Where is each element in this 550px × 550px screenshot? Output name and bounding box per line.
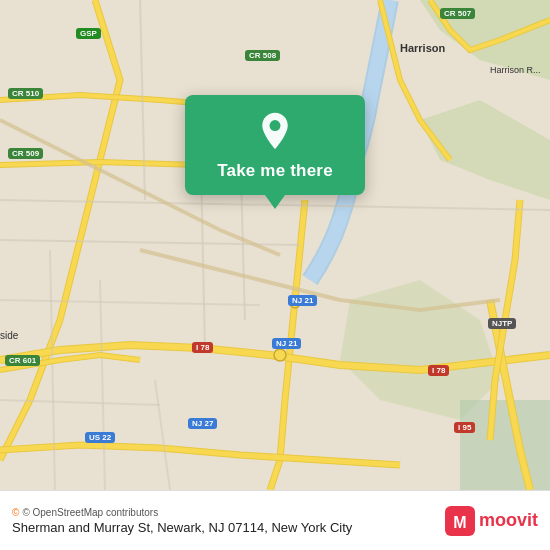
address-line1: Sherman and Murray St, Newark, NJ 07114,… bbox=[12, 520, 297, 535]
road-label-cr509: CR 509 bbox=[8, 148, 43, 159]
moovit-logo: M moovit bbox=[445, 506, 538, 536]
map-pin-icon bbox=[255, 111, 295, 151]
map-container: CR 507 CR 510 CR 508 CR 509 CR 601 NJ 21… bbox=[0, 0, 550, 490]
moovit-icon: M bbox=[445, 506, 475, 536]
road-label-nj21a: NJ 21 bbox=[288, 295, 317, 306]
moovit-text: moovit bbox=[479, 510, 538, 531]
road-label-i95: I 95 bbox=[454, 422, 475, 433]
address-line2: York City bbox=[301, 520, 353, 535]
svg-rect-4 bbox=[460, 400, 550, 490]
svg-point-7 bbox=[270, 120, 281, 131]
road-label-i78b: I 78 bbox=[428, 365, 449, 376]
svg-text:M: M bbox=[453, 514, 466, 531]
road-label-nj27: NJ 27 bbox=[188, 418, 217, 429]
place-label-side: side bbox=[0, 330, 18, 341]
place-label-harrison-r: Harrison R... bbox=[490, 65, 541, 75]
popup-card[interactable]: Take me there bbox=[185, 95, 365, 195]
road-label-nj21b: NJ 21 bbox=[272, 338, 301, 349]
bottom-bar: © © OpenStreetMap contributors Sherman a… bbox=[0, 490, 550, 550]
svg-point-5 bbox=[274, 349, 286, 361]
road-label-cr510: CR 510 bbox=[8, 88, 43, 99]
road-label-cr601: CR 601 bbox=[5, 355, 40, 366]
road-label-i78a: I 78 bbox=[192, 342, 213, 353]
attribution-text: © OpenStreetMap contributors bbox=[22, 507, 158, 518]
address-text: Sherman and Murray St, Newark, NJ 07114,… bbox=[12, 520, 352, 535]
road-label-cr507: CR 507 bbox=[440, 8, 475, 19]
road-label-njtp: NJTP bbox=[488, 318, 516, 329]
bottom-left-section: © © OpenStreetMap contributors Sherman a… bbox=[12, 507, 352, 535]
attribution: © © OpenStreetMap contributors bbox=[12, 507, 352, 518]
road-label-cr508: CR 508 bbox=[245, 50, 280, 61]
road-label-us22: US 22 bbox=[85, 432, 115, 443]
copyright-icon: © bbox=[12, 507, 19, 518]
popup-label[interactable]: Take me there bbox=[217, 161, 333, 181]
road-label-gsp: GSP bbox=[76, 28, 101, 39]
place-label-harrison: Harrison bbox=[400, 42, 445, 54]
